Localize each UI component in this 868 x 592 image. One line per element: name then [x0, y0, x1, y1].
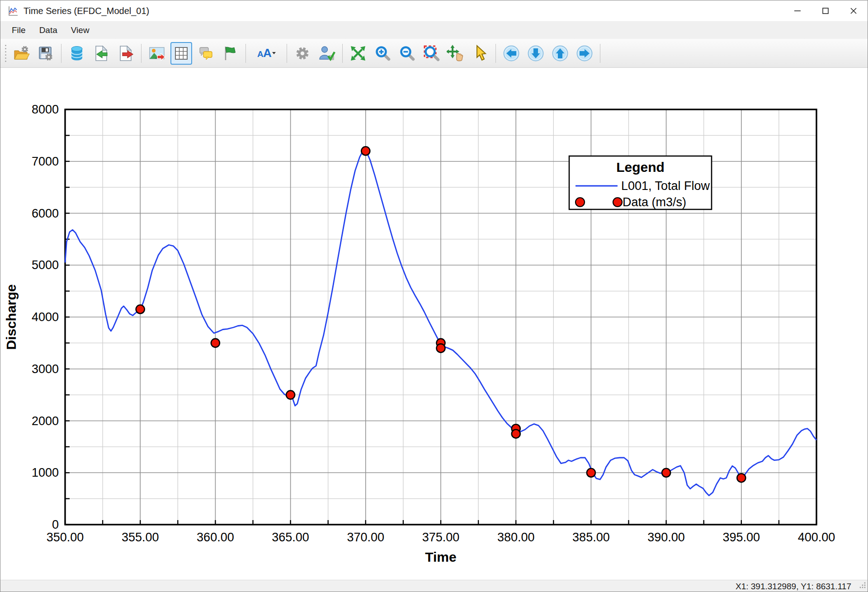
x-tick-label: 395.00 — [723, 530, 760, 544]
zoom-window-icon — [422, 44, 440, 62]
select-cursor-button[interactable] — [469, 42, 491, 65]
grid-view-icon — [172, 44, 190, 62]
font-size-button[interactable]: AA — [250, 42, 282, 65]
chart-region: 350.00355.00360.00365.00370.00375.00380.… — [0, 68, 868, 580]
menu-bar: File Data View — [0, 22, 868, 39]
toolbar-grip[interactable] — [3, 44, 8, 63]
x-axis-title: Time — [425, 549, 456, 564]
zoom-in-button[interactable] — [372, 42, 393, 65]
nav-left-icon — [502, 44, 520, 62]
toolbar-separator — [600, 44, 600, 63]
y-tick-label: 5000 — [32, 258, 59, 272]
nav-up-icon — [551, 44, 569, 62]
x-tick-label: 390.00 — [647, 530, 685, 544]
settings-button[interactable] — [292, 42, 313, 65]
y-tick-label: 7000 — [32, 155, 59, 168]
toolbar-separator — [287, 44, 287, 63]
y-tick-label: 1000 — [32, 466, 59, 479]
data-point — [437, 344, 445, 352]
toolbar: AA — [0, 39, 868, 68]
select-cursor-icon — [471, 44, 489, 62]
x-tick-label: 400.00 — [798, 530, 835, 544]
grid-view-button[interactable] — [170, 42, 192, 65]
legend: LegendL001, Total FlowData (m3/s) — [569, 156, 712, 209]
zoom-in-icon — [373, 44, 392, 62]
import-file-icon — [92, 44, 110, 62]
maximize-button[interactable] — [811, 0, 840, 21]
data-point — [136, 305, 145, 313]
user-verify-button[interactable] — [316, 42, 338, 65]
zoom-window-button[interactable] — [420, 42, 442, 65]
legend-marker-sample — [613, 198, 622, 207]
toolbar-separator — [61, 44, 61, 63]
pan-button[interactable] — [445, 42, 467, 65]
data-point — [361, 147, 370, 155]
nav-up-button[interactable] — [549, 42, 571, 65]
legend-entry-label: Data (m3/s) — [623, 195, 686, 209]
settings-icon — [293, 44, 311, 62]
x-tick-label: 370.00 — [347, 530, 385, 544]
export-file-icon — [117, 44, 135, 62]
y-tick-label: 8000 — [32, 103, 59, 116]
y-tick-label: 3000 — [32, 362, 59, 376]
window-controls — [783, 0, 868, 21]
pan-icon — [447, 44, 465, 62]
close-icon — [849, 6, 858, 15]
nav-right-icon — [576, 44, 594, 62]
x-tick-label: 385.00 — [572, 530, 610, 544]
import-file-button[interactable] — [90, 42, 112, 65]
flag-button[interactable] — [219, 42, 241, 65]
database-button[interactable] — [66, 42, 88, 65]
zoom-out-button[interactable] — [396, 42, 418, 65]
data-point — [737, 474, 745, 482]
toolbar-separator — [495, 44, 496, 63]
zoom-out-icon — [398, 44, 416, 62]
comments-button[interactable] — [195, 42, 217, 65]
window-title: Time Series (EFDC_Model_01) — [24, 6, 149, 16]
export-image-icon — [148, 44, 166, 62]
x-tick-label: 380.00 — [497, 530, 535, 544]
nav-right-button[interactable] — [574, 42, 595, 65]
export-file-button[interactable] — [115, 42, 137, 65]
resize-grip[interactable] — [859, 581, 866, 591]
fit-extents-icon — [349, 44, 367, 62]
toolbar-separator — [245, 44, 246, 63]
user-verify-icon — [318, 44, 336, 62]
nav-down-icon — [527, 44, 545, 62]
close-button[interactable] — [840, 0, 868, 21]
data-point — [587, 469, 595, 477]
data-point — [662, 469, 670, 477]
y-tick-label: 2000 — [32, 414, 59, 428]
svg-text:A: A — [263, 46, 272, 60]
app-chart-icon — [7, 5, 19, 17]
fit-extents-button[interactable] — [347, 42, 369, 65]
open-project-button[interactable] — [10, 42, 32, 65]
export-image-button[interactable] — [146, 42, 168, 65]
legend-marker-sample — [576, 198, 585, 207]
y-tick-label: 4000 — [32, 310, 59, 324]
x-tick-label: 365.00 — [272, 530, 309, 544]
legend-entry-label: L001, Total Flow — [621, 179, 710, 193]
nav-down-button[interactable] — [525, 42, 547, 65]
time-series-plot: 350.00355.00360.00365.00370.00375.00380.… — [0, 68, 868, 580]
menu-data[interactable]: Data — [33, 23, 64, 38]
data-point — [211, 339, 220, 347]
plot-background — [0, 68, 868, 580]
maximize-icon — [821, 6, 830, 15]
toolbar-separator — [141, 44, 142, 63]
save-settings-icon — [37, 44, 55, 62]
minimize-icon — [793, 6, 802, 15]
x-tick-label: 360.00 — [197, 530, 234, 544]
menu-view[interactable]: View — [64, 23, 96, 38]
legend-title: Legend — [616, 160, 665, 175]
x-tick-label: 375.00 — [422, 530, 460, 544]
menu-file[interactable]: File — [5, 23, 33, 38]
y-tick-label: 6000 — [32, 207, 59, 220]
database-icon — [68, 44, 86, 62]
minimize-button[interactable] — [783, 0, 811, 21]
nav-left-button[interactable] — [500, 42, 522, 65]
app-window: Time Series (EFDC_Model_01) File Data Vi… — [0, 0, 868, 592]
save-settings-button[interactable] — [35, 42, 57, 65]
open-project-icon — [12, 44, 30, 62]
flag-icon — [221, 44, 239, 62]
